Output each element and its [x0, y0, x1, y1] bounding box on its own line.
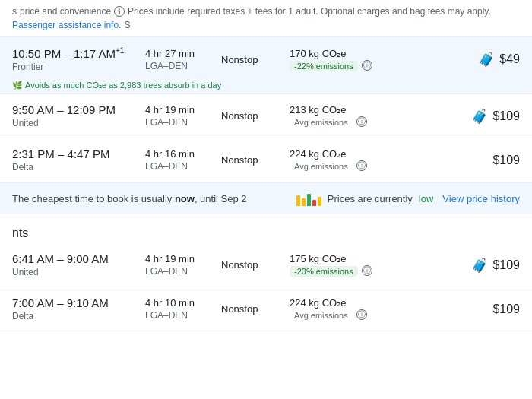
emissions-info: Avg emissions ⓘ — [290, 309, 367, 321]
flight-time-col: 9:50 AM – 12:09 PM United — [12, 103, 145, 128]
emissions-badge-avg: Avg emissions — [290, 310, 353, 321]
flight-price: $109 — [492, 302, 520, 316]
flight-price: $49 — [499, 52, 520, 66]
flight-stops: Nonstop — [221, 259, 290, 271]
emissions-badge-avg: Avg emissions — [290, 117, 353, 128]
flight-stops: Nonstop — [221, 154, 290, 166]
emissions-info: Avg emissions ⓘ — [290, 116, 367, 128]
flight-list-section2: 6:41 AM – 9:00 AM United 4 hr 19 min LGA… — [0, 243, 532, 331]
flight-time: 2:31 PM – 4:47 PM — [12, 147, 145, 160]
flight-route: LGA–DEN — [145, 117, 221, 128]
emissions-info: Avg emissions ⓘ — [290, 160, 367, 172]
flight-emissions-col: 170 kg CO₂e -22% emissions ⓘ — [290, 48, 400, 71]
flight-list-section1: 10:50 PM – 1:17 AM+1 Frontier 4 hr 27 mi… — [0, 37, 532, 182]
flight-row[interactable]: 2:31 PM – 4:47 PM Delta 4 hr 16 min LGA–… — [0, 138, 532, 182]
emissions-info-icon[interactable]: ⓘ — [362, 60, 372, 71]
flight-price-col: 🧳 $109 — [471, 257, 520, 274]
flight-time: 10:50 PM – 1:17 AM+1 — [12, 46, 145, 60]
flight-price: $109 — [492, 258, 520, 272]
flight-price-col: 🧳 $49 — [478, 51, 520, 68]
airline-name: Frontier — [12, 62, 145, 72]
flight-duration: 4 hr 19 min — [145, 104, 221, 116]
airline-name: United — [12, 267, 145, 277]
flight-duration-col: 4 hr 27 min LGA–DEN — [145, 48, 221, 71]
flight-time-col: 2:31 PM – 4:47 PM Delta — [12, 147, 145, 173]
prices-label: Prices are currently — [328, 193, 413, 204]
time-superscript: +1 — [116, 46, 124, 55]
promo-prefix: The cheapest time to book is usually — [12, 193, 175, 204]
emissions-value: 224 kg CO₂e — [290, 297, 400, 309]
fees-text: Prices include required taxes + fees for… — [128, 6, 491, 17]
prices-status: low — [419, 193, 434, 204]
flight-duration: 4 hr 16 min — [145, 148, 221, 160]
extra-letter: S — [124, 20, 130, 30]
flight-route: LGA–DEN — [145, 61, 221, 71]
airline-name: United — [12, 118, 145, 128]
flight-duration-col: 4 hr 19 min LGA–DEN — [145, 104, 221, 128]
emissions-badge-avg: Avg emissions — [290, 161, 353, 172]
emissions-value: 213 kg CO₂e — [290, 104, 400, 116]
emissions-value: 224 kg CO₂e — [290, 148, 400, 160]
flight-route: LGA–DEN — [145, 310, 221, 321]
section2-header: nts — [0, 214, 532, 243]
flight-row[interactable]: 9:50 AM – 12:09 PM United 4 hr 19 min LG… — [0, 94, 532, 138]
sort-info-icon[interactable]: ℹ — [114, 6, 125, 17]
top-bar: s price and convenience ℹ Prices include… — [0, 0, 532, 37]
flight-stops: Nonstop — [221, 54, 290, 65]
flight-time: 7:00 AM – 9:10 AM — [12, 296, 145, 309]
assistance-link[interactable]: Passenger assistance info. — [12, 20, 121, 30]
view-price-history-link[interactable]: View price history — [442, 193, 520, 204]
flight-row[interactable]: 6:41 AM – 9:00 AM United 4 hr 19 min LGA… — [0, 243, 532, 287]
promo-price-status: Prices are currently low — [296, 191, 434, 206]
emissions-info-icon[interactable]: ⓘ — [362, 265, 372, 276]
leaf-icon: 🌿 — [12, 81, 23, 90]
flight-time-col: 7:00 AM – 9:10 AM Delta — [12, 296, 145, 321]
flight-row[interactable]: 10:50 PM – 1:17 AM+1 Frontier 4 hr 27 mi… — [0, 37, 532, 94]
bag-icon: 🧳 — [478, 51, 495, 68]
flight-price: $109 — [492, 154, 520, 167]
chart-bar — [302, 198, 306, 206]
flight-emissions-col: 224 kg CO₂e Avg emissions ⓘ — [290, 148, 400, 172]
emissions-value: 175 kg CO₂e — [290, 253, 400, 264]
bag-icon: 🧳 — [471, 257, 488, 274]
chart-bar — [307, 194, 311, 206]
promo-suffix: , until Sep 2 — [195, 193, 247, 204]
emissions-value: 170 kg CO₂e — [290, 48, 400, 59]
emissions-info-icon[interactable]: ⓘ — [356, 116, 367, 127]
flight-duration: 4 hr 10 min — [145, 297, 221, 309]
flight-time-col: 10:50 PM – 1:17 AM+1 Frontier — [12, 46, 145, 72]
emissions-info-icon[interactable]: ⓘ — [356, 309, 367, 320]
flight-row[interactable]: 7:00 AM – 9:10 AM Delta 4 hr 10 min LGA–… — [0, 287, 532, 331]
chart-bar — [296, 195, 300, 206]
flight-emissions-col: 213 kg CO₂e Avg emissions ⓘ — [290, 104, 400, 128]
flight-price-col: $109 — [492, 302, 520, 316]
emissions-info: -22% emissions ⓘ — [290, 59, 372, 71]
sort-label: s — [12, 6, 17, 17]
sort-criteria: price and convenience — [20, 6, 111, 17]
flight-route: LGA–DEN — [145, 266, 221, 277]
flight-duration-col: 4 hr 16 min LGA–DEN — [145, 148, 221, 172]
flight-duration-col: 4 hr 10 min LGA–DEN — [145, 297, 221, 321]
flight-price: $109 — [492, 109, 520, 123]
chart-bar — [312, 200, 316, 206]
flight-stops: Nonstop — [221, 110, 290, 122]
emissions-info: -20% emissions ⓘ — [290, 264, 372, 277]
promo-text: The cheapest time to book is usually now… — [12, 193, 287, 204]
emissions-badge-low: -22% emissions — [290, 61, 358, 71]
price-chart-icon — [296, 191, 321, 206]
flight-stops: Nonstop — [221, 303, 290, 315]
promo-banner: The cheapest time to book is usually now… — [0, 182, 532, 214]
flight-duration: 4 hr 27 min — [145, 48, 221, 59]
chart-bar — [318, 197, 321, 206]
flight-time: 6:41 AM – 9:00 AM — [12, 252, 145, 265]
promo-highlight: now — [175, 193, 195, 204]
emissions-info-icon[interactable]: ⓘ — [356, 160, 367, 171]
flight-duration: 4 hr 19 min — [145, 253, 221, 264]
flight-price-col: 🧳 $109 — [471, 108, 520, 125]
flight-route: LGA–DEN — [145, 161, 221, 172]
flight-emissions-col: 175 kg CO₂e -20% emissions ⓘ — [290, 253, 400, 277]
flight-time-col: 6:41 AM – 9:00 AM United — [12, 252, 145, 277]
flight-duration-col: 4 hr 19 min LGA–DEN — [145, 253, 221, 277]
airline-name: Delta — [12, 311, 145, 321]
green-note-text: Avoids as much CO₂e as 2,983 trees absor… — [25, 81, 221, 90]
